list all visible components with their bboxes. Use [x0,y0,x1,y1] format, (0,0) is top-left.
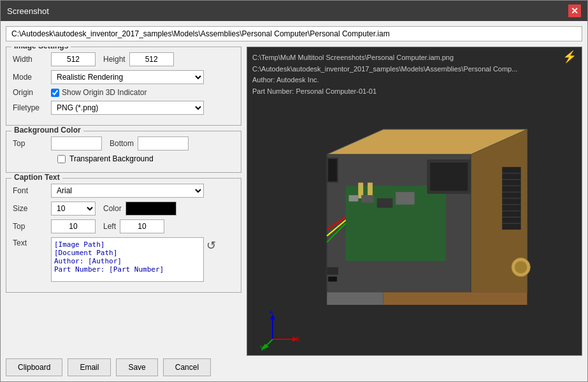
origin-row: Origin Show Origin 3D Indicator [13,88,234,97]
bg-top-color-swatch[interactable] [51,136,102,151]
mode-select[interactable]: Realistic Rendering Shaded Wireframe [51,70,204,84]
transparent-row: Transparent Background [57,154,234,163]
origin-checkbox[interactable] [51,89,59,97]
refresh-button[interactable]: ↺ [206,239,216,253]
preview-line1: C:\Temp\MuM Multitool Screenshots\Person… [252,52,577,64]
color-label: Color [103,204,122,213]
caption-text-area[interactable]: [Image Path] [Document Path] Author: [Au… [51,237,204,282]
screenshot-window: Screenshot ✕ C:\Autodesk\autodesk_invent… [0,0,588,382]
main-content: Image Settings Width Height Mode Realist… [6,47,582,356]
window-title: Screenshot [7,6,49,16]
caption-text-title: Caption Text [11,173,62,182]
size-select[interactable]: 10 8 12 14 [51,202,96,216]
top-left-row: Top Left [13,219,234,233]
size-color-row: Size 10 8 12 14 Color [13,202,234,216]
filetype-row: Filetype PNG (*.png) JPEG (*.jpg) BMP (*… [13,101,234,115]
text-row: Text [Image Path] [Document Path] Author… [13,237,234,282]
bottom-buttons: Clipboard Email Save Cancel [6,356,582,376]
caption-top-input[interactable] [51,219,96,233]
svg-text:Y: Y [260,345,264,352]
svg-rect-32 [327,267,338,275]
title-bar: Screenshot ✕ [1,1,587,21]
background-color-title: Background Color [11,126,83,135]
bolt-icon: ⚡ [563,50,577,64]
height-input[interactable] [129,52,174,66]
transparent-checkbox[interactable] [57,155,66,163]
clipboard-button[interactable]: Clipboard [6,358,62,376]
caption-left-label: Left [103,222,116,231]
image-settings-title: Image Settings [11,47,71,50]
width-height-row: Width Height [13,52,234,66]
svg-marker-29 [327,292,383,305]
caption-text-group: Caption Text Font Arial Times New Roman … [6,178,241,293]
email-button[interactable]: Email [68,358,111,376]
filepath-bar: C:\Autodesk\autodesk_inventor_2017_sampl… [6,26,582,41]
svg-text:Z: Z [269,311,273,314]
svg-text:X: X [296,336,300,343]
bg-bottom-color-swatch[interactable] [138,136,189,151]
font-row: Font Arial Times New Roman Courier New [13,184,234,198]
svg-rect-7 [349,195,359,202]
bg-bottom-label: Bottom [110,139,134,148]
svg-rect-10 [396,192,414,205]
size-label: Size [13,204,51,213]
svg-rect-17 [430,163,468,191]
close-button[interactable]: ✕ [568,4,581,17]
axis-indicator: Z X Y [260,311,298,349]
svg-rect-9 [377,198,393,208]
filetype-label: Filetype [13,103,51,112]
mode-row: Mode Realistic Rendering Shaded Wirefram… [13,70,234,84]
text-label: Text [13,237,51,247]
preview-line3: Author: Autodesk Inc. [252,75,577,86]
font-label: Font [13,186,51,195]
svg-rect-15 [328,159,337,181]
image-settings-group: Image Settings Width Height Mode Realist… [6,47,241,126]
background-color-group: Background Color Top Bottom Transparent … [6,131,241,173]
origin-label: Origin [13,88,51,97]
height-label: Height [103,55,125,64]
bg-top-label: Top [13,139,51,148]
svg-rect-33 [328,277,337,282]
svg-rect-8 [361,195,374,203]
left-panel: Image Settings Width Height Mode Realist… [6,47,241,356]
svg-marker-30 [384,292,527,305]
save-button[interactable]: Save [116,358,157,376]
filetype-select[interactable]: PNG (*.png) JPEG (*.jpg) BMP (*.bmp) [51,101,204,115]
svg-point-35 [515,261,527,274]
caption-top-label: Top [13,222,51,231]
caption-left-input[interactable] [120,219,164,233]
computer-preview [266,92,575,336]
width-label: Width [13,55,51,64]
mode-label: Mode [13,73,51,82]
transparent-label: Transparent Background [69,154,154,163]
width-input[interactable] [51,52,96,66]
cancel-button[interactable]: Cancel [163,358,211,376]
origin-checkbox-label: Show Origin 3D Indicator [62,88,147,97]
font-select[interactable]: Arial Times New Roman Courier New [51,184,204,198]
preview-line2: C:\Autodesk\autodesk_inventor_2017_sampl… [252,64,577,75]
preview-panel: C:\Temp\MuM Multitool Screenshots\Person… [247,47,582,356]
text-color-swatch[interactable] [125,202,176,216]
window-body: C:\Autodesk\autodesk_inventor_2017_sampl… [1,21,587,381]
svg-marker-37 [270,314,275,320]
bg-color-row: Top Bottom [13,136,234,151]
